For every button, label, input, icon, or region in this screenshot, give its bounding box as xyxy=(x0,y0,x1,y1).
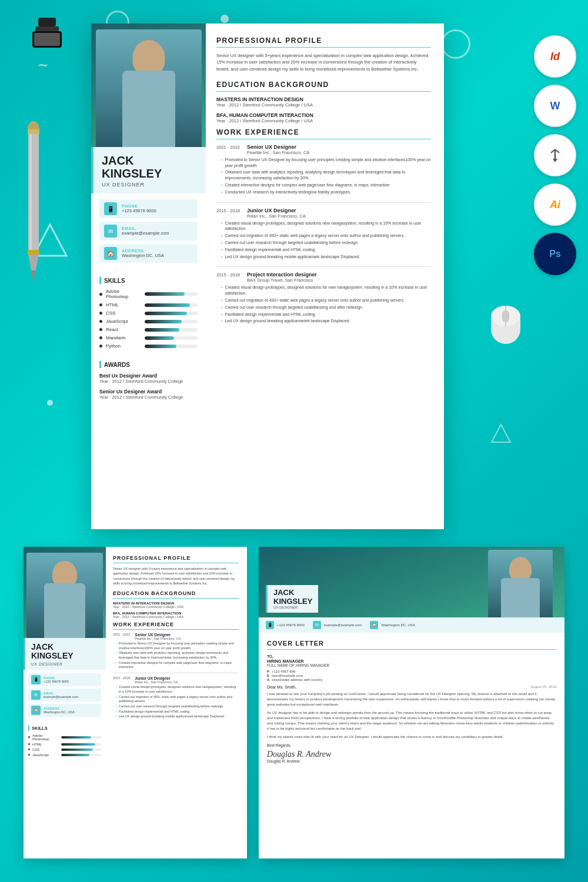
work-bullet: Carried out migration of 400+ static web… xyxy=(221,233,431,239)
mouse-decoration xyxy=(488,294,523,349)
work-bullet: Promoted to Senior UX Designer by focusi… xyxy=(221,157,431,169)
work-bullet: Created visual design prototypes, design… xyxy=(221,285,431,296)
word-icon: W xyxy=(534,85,576,127)
email-contact: ✉ EMAIL example@example.com xyxy=(99,222,198,240)
cover-letter-title: COVER LETTER xyxy=(267,640,556,650)
app-icons-panel: Id W Ai Ps xyxy=(534,35,576,275)
svg-marker-20 xyxy=(553,159,557,162)
person-body xyxy=(122,71,175,147)
cover-para-2: An UX designer has to be able to design … xyxy=(267,710,556,731)
work-bullet: Led UX design ground-breaking mobile app… xyxy=(221,254,431,260)
candidate-name: JACK KINGSLEY xyxy=(102,154,198,180)
illustrator-icon: Ai xyxy=(534,183,576,226)
edu-1: MASTERS IN INTERACTION DESIGN Year : 201… xyxy=(216,96,431,108)
cover-sig-name: Douglas R. Andrew xyxy=(267,759,556,763)
work-bullet: Facilitated design implementati and HTML… xyxy=(221,312,431,318)
cover-para-1: I was pleased to see your company's job … xyxy=(267,691,556,707)
work-bullet: Obtained user data with analytics report… xyxy=(221,169,431,181)
svg-marker-1 xyxy=(492,425,510,442)
cover-candidate-title: UX DESIGNER xyxy=(273,606,312,609)
cover-phone-contact: 📱 +123 45678 9000 xyxy=(266,621,305,629)
cover-address-icon: 🏠 xyxy=(370,621,378,629)
cover-candidate-name: JACKKINGSLEY xyxy=(273,589,312,606)
work-item-2: 2015 - 2018 Junior UX Designer Rilian In… xyxy=(216,208,431,260)
mini-address: 🏠 ADDRESS Washington DC, USA xyxy=(28,704,101,717)
profile-text: Senior UX designer with 5+years experien… xyxy=(216,52,431,72)
cover-contact-bar: 📱 +123 45678 9000 ✉ example@example.com … xyxy=(259,617,564,633)
work-bullet: Facilitated design implementati and HTML… xyxy=(221,247,431,253)
mini-work-2: 2015 - 2018 Junior UX Designer Rilian In… xyxy=(113,676,239,684)
awards-title: AWARDS xyxy=(99,361,198,368)
cover-address-contact: 🏠 Washington DC, USA xyxy=(370,621,415,629)
person-head xyxy=(132,40,165,75)
mini-resume-card: JACKKINGSLEY UX DESIGNER 📱 PHONE +123 45… xyxy=(24,547,247,858)
resume-card: JACK KINGSLEY UX DESIGNER 📱 PHONE +123 4… xyxy=(91,24,444,529)
svg-rect-7 xyxy=(28,129,39,134)
email-icon: ✉ xyxy=(104,225,117,238)
mini-exp-hdr: WORK EXPERIENCE xyxy=(113,622,239,630)
skills-section: SKILLS Adobe Photoshop HTML CSS JavaScri… xyxy=(91,272,206,356)
cover-para-3: I think my talents more than fit with yo… xyxy=(267,734,556,740)
profile-photo xyxy=(91,24,206,147)
mini-contact-section: 📱 PHONE +123 45678 9000 ✉ EMAIL example@… xyxy=(24,670,106,723)
resume-sidebar: JACK KINGSLEY UX DESIGNER 📱 PHONE +123 4… xyxy=(91,24,206,529)
experience-section-title: WORK EXPERIENCE xyxy=(216,128,431,139)
work-item-1: 2021 - 2022 Senior UX Designer Pearlite … xyxy=(216,144,431,195)
bottom-section: JACKKINGSLEY UX DESIGNER 📱 PHONE +123 45… xyxy=(24,547,564,858)
mini-edu-hdr: EDUCATION BACKGROUND xyxy=(113,590,239,599)
candidate-title: UX DESIGNER xyxy=(102,182,198,188)
person-silhouette xyxy=(96,29,202,147)
svg-marker-12 xyxy=(31,270,36,282)
award-1: Best Ux Designer Award Year : 2012 / Ste… xyxy=(99,373,198,384)
cover-phone-row: P +123 4567 896 xyxy=(267,670,556,673)
mini-sidebar: JACKKINGSLEY UX DESIGNER 📱 PHONE +123 45… xyxy=(24,547,106,858)
mini-skills: SKILLS Adobe Photoshop HTML CSS xyxy=(24,723,106,761)
work-item-3: 2015 - 2018 Project Interaction designer… xyxy=(216,272,431,324)
mini-skills-title: SKILLS xyxy=(28,726,101,731)
address-icon: 🏠 xyxy=(104,247,117,260)
work-bullet: Carried out user research through target… xyxy=(221,305,431,310)
pen-tool-icon xyxy=(534,134,576,176)
skill-mandarin: Mandarin xyxy=(99,335,198,340)
cover-regards: Best Regards, xyxy=(267,743,556,747)
mini-profile-hdr: PROFESSIONAL PROFILE xyxy=(113,555,239,563)
deco-dot-2 xyxy=(47,400,53,406)
cover-salutation: Dear Ms. Smith, August 25, 2018 xyxy=(267,685,556,689)
education-section-title: EDUCATION BACKGROUND xyxy=(216,81,431,92)
work-bullet: Carried out user research through target… xyxy=(221,240,431,246)
phone-contact: 📱 PHONE +123 45678 9000 xyxy=(99,199,198,218)
svg-rect-2 xyxy=(38,18,56,26)
pen-decoration xyxy=(18,118,65,320)
cover-name-overlay: JACKKINGSLEY UX DESIGNER xyxy=(266,585,318,613)
work-bullet: Created visual design prototypes, design… xyxy=(221,220,431,232)
svg-rect-3 xyxy=(35,26,59,31)
mini-address-icon: 🏠 xyxy=(31,706,41,715)
mini-profile-photo xyxy=(24,547,106,638)
mini-main-content: PROFESSIONAL PROFILE Senior UX designer … xyxy=(106,547,247,858)
awards-section: AWARDS Best Ux Designer Award Year : 201… xyxy=(91,356,206,409)
mini-profile-text: Senior UX designer with 5+years experien… xyxy=(113,566,239,586)
cover-phone-icon: 📱 xyxy=(266,621,274,629)
deco-dot-1 xyxy=(220,15,229,23)
cover-body: COVER LETTER TO, HIRING MANAGER FULL NAM… xyxy=(259,633,564,770)
resume-main-content: PROFESSIONAL PROFILE Senior UX designer … xyxy=(206,24,444,529)
phone-icon: 📱 xyxy=(104,202,117,215)
skill-css: CSS xyxy=(99,310,198,316)
skill-js: JavaScript xyxy=(99,319,198,324)
contact-section: 📱 PHONE +123 45678 9000 ✉ EMAIL example@… xyxy=(91,193,206,272)
cover-header-photo: JACKKINGSLEY UX DESIGNER xyxy=(259,547,564,617)
svg-rect-16 xyxy=(502,310,509,322)
skill-photoshop: Adobe Photoshop xyxy=(99,289,198,299)
award-2: Senior Ux Designer Award Year : 2012 / S… xyxy=(99,389,198,400)
work-bullet: Created interactive designs for complex … xyxy=(221,182,431,188)
skills-title: SKILLS xyxy=(99,277,198,284)
cover-letter-card: JACKKINGSLEY UX DESIGNER 📱 +123 45678 90… xyxy=(259,547,564,858)
photoshop-icon: Ps xyxy=(534,233,576,275)
svg-rect-5 xyxy=(34,33,60,46)
address-contact: 🏠 ADDRESS Washington DC, USA xyxy=(99,244,198,263)
indesign-icon: Id xyxy=(534,35,576,78)
work-bullet: Carried out migration of 400+ static web… xyxy=(221,298,431,303)
svg-rect-10 xyxy=(28,250,39,255)
profile-section-title: PROFESSIONAL PROFILE xyxy=(216,36,431,48)
svg-rect-9 xyxy=(29,134,32,252)
